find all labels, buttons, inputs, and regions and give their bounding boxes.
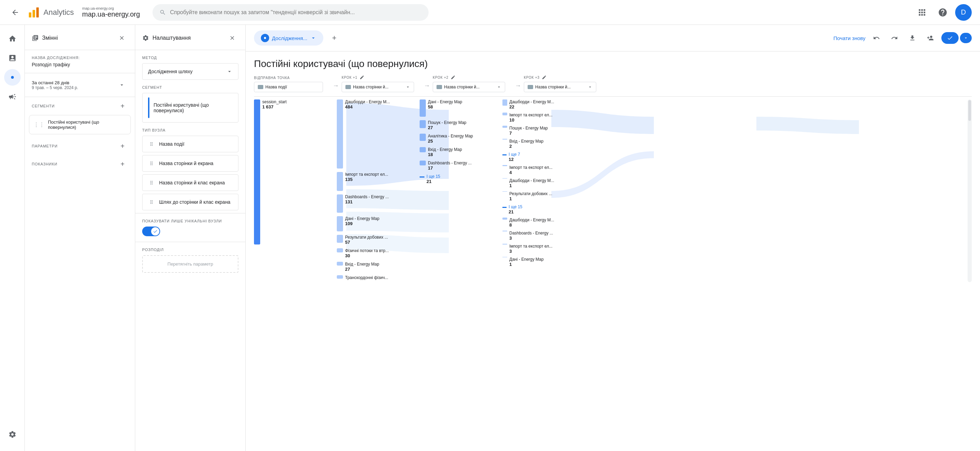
search-bar[interactable] xyxy=(153,4,429,21)
node-col3-12[interactable]: Дані - Energy Map 1 xyxy=(503,257,585,267)
node-type-drag-icon xyxy=(148,140,155,147)
step1-node-selector[interactable]: Назва сторінки й... xyxy=(342,82,414,92)
date-range-dropdown[interactable] xyxy=(116,79,128,91)
start-point-label: ВІДПРАВНА ТОЧКА xyxy=(254,76,330,80)
node-type-item[interactable]: Шлях до сторінки й клас екрана xyxy=(142,194,239,210)
node-col3-10[interactable]: Dashboards - Energy ... 3 xyxy=(503,231,585,241)
segments-section-header: СЕГМЕНТИ + xyxy=(25,97,135,115)
node-col3-more1[interactable]: І ще 7 12 xyxy=(503,152,585,162)
node-col2-more[interactable]: І ще 15 21 xyxy=(420,174,488,184)
step3-edit-icon[interactable] xyxy=(542,75,547,80)
node-col3-2-bar xyxy=(503,126,507,128)
node-col1-6[interactable]: Вхід - Energy Map 27 xyxy=(337,262,406,272)
node-col1-7[interactable]: Транскордонні фізич... xyxy=(337,275,406,280)
step2-edit-icon[interactable] xyxy=(451,75,455,80)
metrics-section-header: ПОКАЗНИКИ + xyxy=(25,155,135,173)
nav-settings[interactable] xyxy=(4,426,21,443)
main-layout: Змінні НАЗВА ДОСЛІДЖЕННЯ: Розподіл трафі… xyxy=(25,25,980,451)
segment-icon: ⋮⋮ xyxy=(33,121,45,128)
download-button[interactable] xyxy=(905,31,919,45)
node-type-item[interactable]: Назва події xyxy=(142,136,239,152)
node-col3-6[interactable]: Дашборди - Energy M... 1 xyxy=(503,178,585,188)
node-col2-4[interactable]: Dashboards - Energy ... 17 xyxy=(420,161,488,171)
exploration-dot-icon xyxy=(261,34,269,42)
toolbar-right: Почати знову xyxy=(834,31,972,45)
apps-button[interactable] xyxy=(914,4,930,21)
search-input[interactable] xyxy=(170,9,422,16)
node-col3-2[interactable]: Пошук - Energy Map 7 xyxy=(503,126,585,136)
node-col3-more2[interactable]: І ще 15 21 xyxy=(503,204,585,214)
node-type-item[interactable]: Назва сторінки й екрана xyxy=(142,155,239,172)
step3-node-selector[interactable]: Назва сторінки й... xyxy=(524,82,596,92)
distribution-placeholder[interactable]: Перетягніть параметр xyxy=(142,255,239,273)
help-button[interactable] xyxy=(934,4,951,21)
node-col1-4[interactable]: Результати добових ... 57 xyxy=(337,235,406,245)
settings-close-button[interactable] xyxy=(226,32,239,44)
back-button[interactable] xyxy=(8,6,22,19)
more-indicator xyxy=(420,177,425,177)
redo-button[interactable] xyxy=(888,31,901,45)
start-node-selector[interactable]: Назва події xyxy=(254,82,323,92)
svg-point-5 xyxy=(264,37,266,39)
node-session-start[interactable]: session_start 1 637 xyxy=(254,99,323,244)
search-icon xyxy=(159,9,166,16)
segment-item[interactable]: ⋮⋮ Постійні користувачі (що повернулися) xyxy=(29,115,131,134)
node-col1-3[interactable]: Дані - Energy Map 109 xyxy=(337,216,406,231)
node-col3-3[interactable]: Вхід - Energy Map 2 xyxy=(503,139,585,149)
node-type-item[interactable]: Назва сторінки й клас екрана xyxy=(142,174,239,191)
node-col2-1-bar xyxy=(420,120,426,128)
nav-explore[interactable] xyxy=(4,69,21,86)
add-tab-button[interactable]: + xyxy=(328,31,341,45)
node-col1-5[interactable]: Фізичні потоки та втр... 30 xyxy=(337,248,406,258)
step3-dropdown-icon xyxy=(588,84,592,89)
settings-icon xyxy=(142,35,149,41)
nav-advertising[interactable] xyxy=(4,88,21,105)
node-col3-9[interactable]: Дашборди - Energy M... 8 xyxy=(503,218,585,228)
node-col3-7[interactable]: Результати добових ... 1 xyxy=(503,191,585,201)
node-col3-11[interactable]: Імпорт та експорт ел... 3 xyxy=(503,244,585,254)
parameters-section-header: ПАРАМЕТРИ + xyxy=(25,137,135,155)
add-metric-button[interactable]: + xyxy=(117,158,128,170)
node-col3-5[interactable]: Імпорт та експорт ел... 4 xyxy=(503,165,585,175)
node-col3-1[interactable]: Імпорт та експорт ел... 10 xyxy=(503,113,585,123)
save-button[interactable] xyxy=(941,32,959,44)
step1-edit-icon[interactable] xyxy=(360,75,364,80)
node-col1-3-bar xyxy=(337,216,343,231)
nav-reports[interactable] xyxy=(4,50,21,66)
share-user-button[interactable] xyxy=(923,31,937,45)
node-session-start-text: session_start 1 637 xyxy=(262,99,287,110)
funnel-headers: ВІДПРАВНА ТОЧКА Назва події → КРОК +1 xyxy=(254,75,972,97)
node-col2-3[interactable]: Вхід - Energy Map 18 xyxy=(420,147,488,157)
site-domain-small: map.ua-energy.org xyxy=(82,6,140,10)
vertical-scrollbar[interactable] xyxy=(967,99,972,282)
node-col2-0[interactable]: Дані - Energy Map 58 xyxy=(420,99,488,117)
method-select[interactable]: Дослідження шляху xyxy=(142,63,239,80)
step1-label-row: КРОК +1 xyxy=(342,75,421,80)
node-type-section: ТИП ВУЗЛА Назва подіїНазва сторінки й ек… xyxy=(135,128,245,213)
segment-box[interactable]: Постійні користувачі (що повернулися) xyxy=(142,93,239,123)
undo-button[interactable] xyxy=(870,31,883,45)
restart-button[interactable]: Почати знову xyxy=(834,35,865,41)
node-col1-2[interactable]: Dashboards - Energy ... 131 xyxy=(337,194,406,213)
node-col3-0[interactable]: Дашборди - Energy M... 22 xyxy=(503,99,585,110)
node-col3-3-bar xyxy=(503,139,507,140)
node-col1-0[interactable]: Дашборди - Energy M... 484 xyxy=(337,99,406,169)
col-1-data: Дашборди - Energy M... 484 Імпорт та екс… xyxy=(337,99,406,282)
exploration-tab-button[interactable]: Дослідження... xyxy=(254,30,323,46)
method-dropdown-icon xyxy=(226,69,232,75)
add-parameter-button[interactable]: + xyxy=(117,140,128,151)
node-col1-1[interactable]: Імпорт та експорт ел... 135 xyxy=(337,172,406,191)
step2-node-selector[interactable]: Назва сторінки й... xyxy=(433,82,505,92)
add-segment-button[interactable]: + xyxy=(117,100,128,112)
unique-nodes-toggle[interactable] xyxy=(142,226,160,236)
node-col2-1[interactable]: Пошук - Energy Map 27 xyxy=(420,120,488,130)
save-dropdown-button[interactable] xyxy=(960,33,972,43)
node-col2-2[interactable]: Аналітика - Energy Map 25 xyxy=(420,134,488,143)
user-avatar[interactable]: D xyxy=(955,4,972,21)
topbar: Analytics map.ua-energy.org map.ua-energ… xyxy=(0,0,980,25)
funnel-area: ВІДПРАВНА ТОЧКА Назва події → КРОК +1 xyxy=(246,69,980,282)
variables-close-button[interactable] xyxy=(116,32,128,44)
nav-home[interactable] xyxy=(4,30,21,47)
settings-title: Налаштування xyxy=(142,35,191,41)
start-point-header: ВІДПРАВНА ТОЧКА Назва події xyxy=(254,76,330,92)
